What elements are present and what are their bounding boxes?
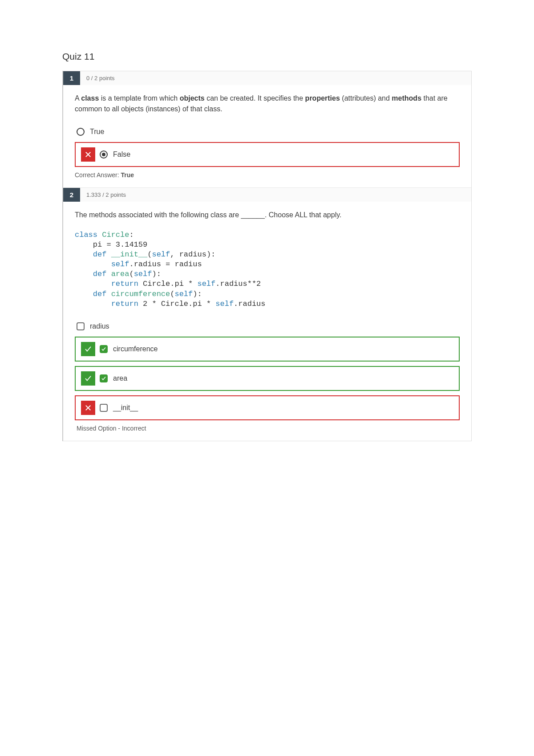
checkbox-icon bbox=[100, 374, 108, 382]
answer-label: False bbox=[113, 150, 130, 159]
question-points: 0 / 2 points bbox=[80, 71, 121, 85]
radio-icon bbox=[100, 150, 108, 159]
answer-option-init[interactable]: __init__ bbox=[75, 395, 460, 420]
answer-label: circumference bbox=[113, 345, 158, 353]
question-header: 1 0 / 2 points bbox=[63, 71, 471, 85]
question-header: 2 1.333 / 2 points bbox=[63, 188, 471, 202]
question-body: A class is a template from which objects… bbox=[63, 85, 471, 187]
answer-option-radius[interactable]: radius bbox=[75, 319, 460, 337]
answers: radius circumference area bbox=[75, 319, 460, 420]
answer-option-area[interactable]: area bbox=[75, 366, 460, 391]
checkbox-icon bbox=[100, 404, 108, 412]
x-icon bbox=[81, 401, 95, 415]
x-icon bbox=[81, 147, 95, 162]
answer-label: __init__ bbox=[113, 404, 138, 412]
answer-option-false[interactable]: False bbox=[75, 142, 460, 167]
quiz-container: 1 0 / 2 points A class is a template fro… bbox=[62, 71, 472, 441]
checkbox-icon bbox=[77, 322, 85, 330]
question-1: 1 0 / 2 points A class is a template fro… bbox=[63, 71, 471, 188]
correct-answer: Correct Answer: True bbox=[75, 171, 460, 179]
answers: True False bbox=[75, 124, 460, 167]
question-number: 1 bbox=[63, 71, 80, 85]
question-body: The methods associated with the followin… bbox=[63, 202, 471, 441]
question-prompt: A class is a template from which objects… bbox=[75, 93, 460, 114]
answer-option-circumference[interactable]: circumference bbox=[75, 337, 460, 362]
answer-option-true[interactable]: True bbox=[75, 124, 460, 142]
feedback-note: Missed Option - Incorrect bbox=[75, 425, 460, 432]
code-block: class Circle: pi = 3.14159 def __init__(… bbox=[75, 230, 460, 309]
question-points: 1.333 / 2 points bbox=[80, 188, 132, 202]
answer-label: area bbox=[113, 374, 127, 382]
question-2: 2 1.333 / 2 points The methods associate… bbox=[63, 188, 471, 441]
check-icon bbox=[81, 371, 95, 386]
answer-label: True bbox=[90, 128, 104, 136]
radio-icon bbox=[77, 128, 85, 136]
page-title: Quiz 11 bbox=[62, 51, 472, 62]
check-icon bbox=[81, 342, 95, 356]
checkbox-icon bbox=[100, 345, 108, 353]
answer-label: radius bbox=[90, 322, 109, 330]
question-number: 2 bbox=[63, 188, 80, 202]
question-prompt: The methods associated with the followin… bbox=[75, 210, 460, 220]
